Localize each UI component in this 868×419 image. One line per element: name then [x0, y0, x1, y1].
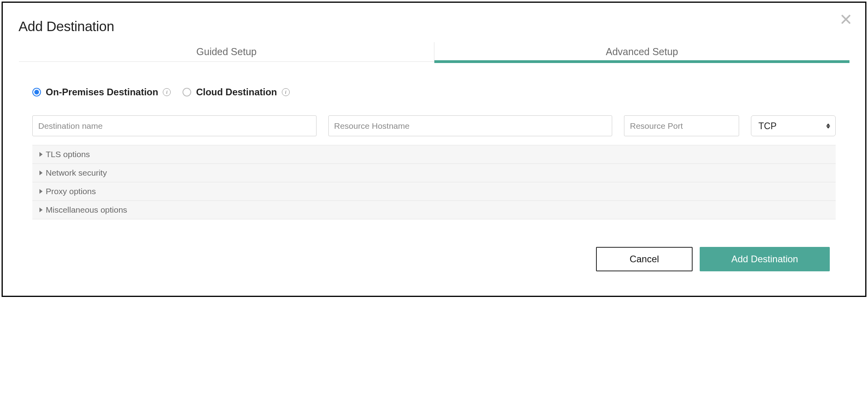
- tab-label: Advanced Setup: [606, 46, 678, 57]
- close-button[interactable]: [840, 14, 851, 26]
- radio-indicator-icon: [32, 88, 41, 96]
- add-destination-button[interactable]: Add Destination: [700, 247, 830, 271]
- modal-content: On-Premises Destination i Cloud Destinat…: [19, 87, 849, 271]
- radio-label: Cloud Destination: [196, 87, 277, 98]
- info-icon[interactable]: i: [163, 88, 171, 96]
- resource-hostname-input[interactable]: [328, 115, 613, 136]
- cancel-button[interactable]: Cancel: [596, 247, 693, 271]
- tabs: Guided Setup Advanced Setup: [19, 42, 849, 63]
- info-icon[interactable]: i: [282, 88, 290, 96]
- accordion-network-security[interactable]: Network security: [32, 164, 836, 182]
- input-row: TCP: [32, 115, 836, 136]
- accordion-label: Proxy options: [46, 187, 96, 196]
- chevron-right-icon: [39, 189, 43, 194]
- close-icon: [840, 14, 851, 25]
- accordion-label: Miscellaneous options: [46, 205, 127, 215]
- protocol-select-wrap: TCP: [751, 115, 836, 136]
- destination-name-input[interactable]: [32, 115, 317, 136]
- accordion-miscellaneous-options[interactable]: Miscellaneous options: [32, 201, 836, 219]
- options-accordion: TLS options Network security Proxy optio…: [32, 145, 836, 219]
- protocol-select[interactable]: TCP: [751, 115, 836, 136]
- resource-port-input[interactable]: [624, 115, 739, 136]
- add-destination-modal: Add Destination Guided Setup Advanced Se…: [2, 2, 866, 297]
- accordion-tls-options[interactable]: TLS options: [32, 145, 836, 164]
- button-label: Cancel: [630, 254, 659, 265]
- modal-footer: Cancel Add Destination: [32, 247, 836, 271]
- radio-cloud[interactable]: Cloud Destination i: [183, 87, 289, 98]
- accordion-proxy-options[interactable]: Proxy options: [32, 182, 836, 201]
- tab-advanced-setup[interactable]: Advanced Setup: [434, 42, 849, 63]
- chevron-right-icon: [39, 208, 43, 212]
- destination-type-radios: On-Premises Destination i Cloud Destinat…: [32, 87, 836, 98]
- chevron-right-icon: [39, 152, 43, 157]
- tab-guided-setup[interactable]: Guided Setup: [19, 42, 434, 63]
- chevron-right-icon: [39, 171, 43, 175]
- tab-label: Guided Setup: [196, 46, 257, 57]
- radio-on-premises[interactable]: On-Premises Destination i: [32, 87, 171, 98]
- radio-indicator-icon: [183, 88, 191, 96]
- button-label: Add Destination: [731, 254, 798, 265]
- modal-title: Add Destination: [19, 19, 849, 34]
- accordion-label: Network security: [46, 168, 107, 178]
- radio-label: On-Premises Destination: [46, 87, 158, 98]
- accordion-label: TLS options: [46, 150, 90, 159]
